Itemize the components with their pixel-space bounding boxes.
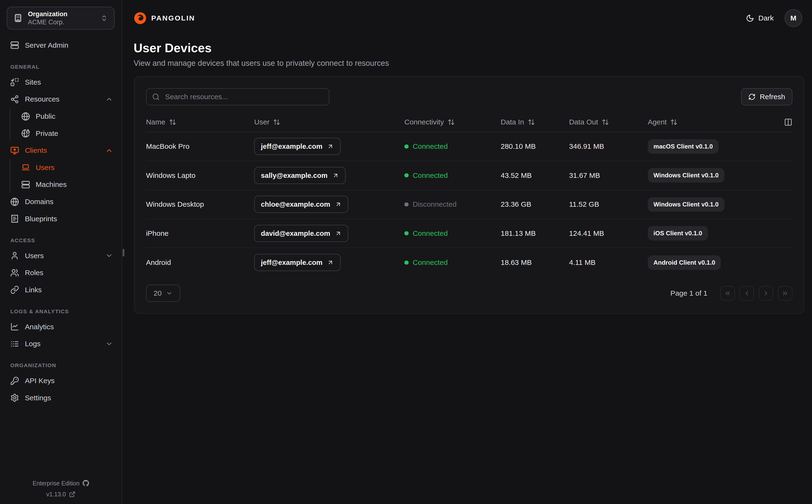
column-header-agent[interactable]: Agent	[648, 118, 779, 126]
theme-toggle[interactable]: Dark	[746, 14, 774, 22]
sidebar-item-machines[interactable]: Machines	[10, 176, 122, 193]
moon-icon	[746, 14, 754, 22]
status-dot-icon	[404, 231, 408, 235]
brand-logo[interactable]: PANGOLIN	[134, 12, 195, 25]
external-link-icon[interactable]	[69, 491, 75, 498]
user-icon	[10, 251, 19, 260]
sidebar-item-label: Links	[25, 286, 42, 294]
refresh-label: Refresh	[760, 93, 785, 101]
data-in: 43.52 MB	[501, 171, 569, 180]
table-header-row: NameUserConnectivityData InData OutAgent	[146, 113, 792, 132]
prev-page-button[interactable]	[739, 286, 754, 301]
next-page-button[interactable]	[759, 286, 773, 301]
sidebar-item-blueprints[interactable]: Blueprints	[0, 210, 122, 227]
column-header-name[interactable]: Name	[146, 118, 254, 126]
user-link-button[interactable]: jeff@example.com	[254, 254, 341, 271]
sidebar-scrollbar-thumb[interactable]	[123, 249, 124, 257]
arrow-up-right-icon	[335, 230, 342, 237]
data-out: 4.11 MB	[569, 258, 648, 267]
user-link-button[interactable]: chloe@example.com	[254, 196, 348, 213]
data-out: 124.41 MB	[569, 229, 648, 237]
toggle-columns-button[interactable]	[784, 118, 792, 126]
sidebar-item-clients[interactable]: Clients	[0, 142, 122, 159]
pangolin-logo-icon	[134, 12, 146, 25]
status-label: Connected	[413, 142, 448, 150]
column-header-data-out[interactable]: Data Out	[569, 118, 648, 126]
device-name: Windows Desktop	[146, 200, 254, 208]
column-header-connectivity[interactable]: Connectivity	[404, 118, 501, 126]
server-icon	[21, 180, 30, 189]
org-selector[interactable]: Organization ACME Corp.	[7, 7, 114, 29]
data-in: 18.63 MB	[501, 258, 569, 267]
first-page-button[interactable]	[720, 286, 735, 301]
arrow-up-down-icon	[528, 118, 535, 126]
chevrons-up-down-icon	[100, 15, 108, 22]
agent-badge: macOS Client v0.1.0	[648, 139, 719, 154]
refresh-button[interactable]: Refresh	[741, 88, 792, 105]
table-row: iPhonedavid@example.comConnected181.13 M…	[146, 219, 792, 248]
sidebar-item-resources[interactable]: Resources	[0, 91, 122, 108]
refresh-icon	[748, 93, 755, 100]
sidebar-item-label: Sites	[25, 78, 41, 86]
status-label: Connected	[413, 258, 448, 267]
sidebar-item-server-admin[interactable]: Server Admin	[0, 37, 122, 54]
chevron-right-icon	[762, 290, 770, 297]
device-name: MacBook Pro	[146, 142, 254, 150]
topbar: PANGOLIN Dark M	[122, 0, 812, 36]
sidebar-item-label: Machines	[36, 180, 67, 189]
devices-card: Refresh NameUserConnectivityData InData …	[134, 76, 804, 314]
sidebar-item-sites[interactable]: Sites	[0, 74, 122, 91]
sidebar-item-public[interactable]: Public	[10, 108, 122, 125]
sidebar-item-api-keys[interactable]: API Keys	[0, 372, 122, 389]
theme-label: Dark	[758, 14, 774, 22]
column-header-data-in[interactable]: Data In	[501, 118, 569, 126]
sidebar-item-label: Clients	[25, 146, 47, 154]
sidebar-item-users[interactable]: Users	[10, 159, 122, 176]
arrow-up-down-icon	[670, 118, 677, 126]
sidebar-item-users[interactable]: Users	[0, 247, 122, 264]
sidebar-item-private[interactable]: Private	[10, 125, 122, 142]
user-link-button[interactable]: jeff@example.com	[254, 138, 341, 155]
sidebar-item-label: Users	[25, 252, 44, 260]
logs-icon	[10, 339, 19, 348]
chevron-down-icon	[105, 252, 113, 260]
sidebar-item-label: Server Admin	[25, 41, 68, 49]
arrow-up-down-icon	[447, 118, 455, 126]
page-title: User Devices	[134, 41, 801, 55]
column-header-user[interactable]: User	[254, 118, 404, 126]
page-size-select[interactable]: 20	[146, 285, 180, 302]
status-dot-icon	[404, 202, 408, 206]
sidebar-footer: Enterprise Edition v1.13.0	[0, 475, 122, 504]
key-icon	[10, 376, 19, 385]
brand-name: PANGOLIN	[151, 14, 195, 22]
sidebar-item-settings[interactable]: Settings	[0, 389, 122, 406]
connectivity-status: Disconnected	[404, 200, 501, 208]
sidebar-item-domains[interactable]: Domains	[0, 193, 122, 210]
sidebar-item-links[interactable]: Links	[0, 281, 122, 298]
sidebar-item-label: Roles	[25, 269, 43, 277]
status-dot-icon	[404, 173, 408, 177]
main-area: PANGOLIN Dark M User Devices View and ma…	[122, 0, 812, 504]
sidebar-item-analytics[interactable]: Analytics	[0, 318, 122, 335]
status-dot-icon	[404, 261, 408, 265]
user-link-button[interactable]: david@example.com	[254, 225, 348, 242]
app-root: Organization ACME Corp. Server AdminGENE…	[0, 0, 812, 504]
user-email: jeff@example.com	[261, 142, 323, 150]
table-row: Androidjeff@example.comConnected18.63 MB…	[146, 248, 792, 277]
nav-section-logs-analytics: LOGS & ANALYTICS	[0, 298, 122, 318]
chevron-left-icon	[743, 290, 750, 297]
page-size-value: 20	[154, 289, 162, 297]
last-page-button[interactable]	[778, 286, 792, 301]
device-name: Windows Lapto	[146, 171, 254, 180]
sidebar-item-roles[interactable]: Roles	[0, 264, 122, 281]
org-label: Organization	[28, 10, 95, 18]
sidebar-item-logs[interactable]: Logs	[0, 335, 122, 353]
page-subtitle: View and manage devices that users use t…	[134, 59, 801, 68]
connectivity-status: Connected	[404, 171, 501, 180]
sidebar-item-label: Logs	[25, 340, 41, 348]
search-input[interactable]	[164, 92, 323, 101]
user-link-button[interactable]: sally@example.com	[254, 167, 346, 184]
github-icon[interactable]	[83, 480, 89, 486]
avatar[interactable]: M	[785, 9, 802, 27]
avatar-letter: M	[790, 14, 796, 22]
